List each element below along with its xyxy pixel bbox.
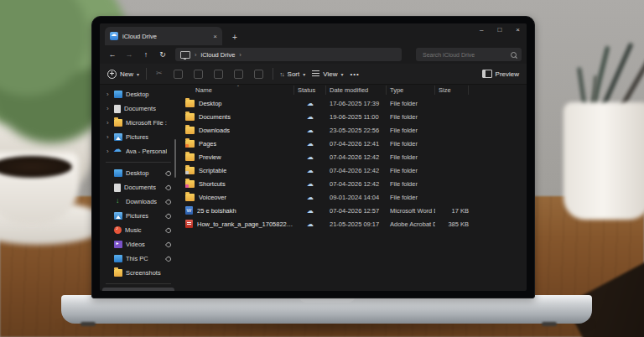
file-name: Pages <box>199 140 216 148</box>
file-name: How_to_rank_a_page_1705822315 <box>197 220 294 228</box>
file-status-cell: ☁ <box>294 167 326 174</box>
file-row[interactable]: Pages ☁ 07-04-2026 12:41 File folder <box>177 137 527 150</box>
preview-button[interactable]: Preview <box>482 70 519 78</box>
sidebar-item[interactable]: › Downloads <box>102 194 174 209</box>
file-type-icon <box>185 127 195 134</box>
file-row[interactable]: How_to_rank_a_page_1705822315 ☁ 21-05-20… <box>177 217 527 231</box>
sidebar-item-icon <box>114 269 122 277</box>
file-row[interactable]: 25 e boishakh ☁ 07-04-2026 12:57 Microso… <box>177 204 527 217</box>
sidebar-item[interactable]: › Documents <box>102 180 174 194</box>
minimize-button[interactable]: – <box>480 26 483 34</box>
rename-icon[interactable] <box>214 70 223 79</box>
delete-icon[interactable] <box>254 70 263 79</box>
file-status-cell: ☁ <box>294 180 326 188</box>
file-status-cell: ☁ <box>294 127 326 134</box>
breadcrumb-location[interactable]: iCloud Drive <box>201 51 236 59</box>
pin-icon <box>165 169 172 176</box>
sidebar-item-icon <box>114 91 122 98</box>
share-icon[interactable] <box>234 70 243 79</box>
file-type-icon <box>185 140 195 148</box>
sidebar-item-icloud-drive[interactable]: › iCloud Drive <box>102 288 174 291</box>
maximize-button[interactable]: □ <box>497 26 501 34</box>
file-row[interactable]: Voiceover ☁ 09-01-2024 14:04 File folder <box>177 190 527 204</box>
paste-icon[interactable] <box>194 70 203 79</box>
sidebar-item-label: Ava - Personal <box>126 148 167 155</box>
close-button[interactable]: × <box>516 26 520 34</box>
cloud-sync-status-icon: ☁ <box>307 153 314 161</box>
sort-ascending-icon: ˆ <box>237 84 239 92</box>
chevron-icon[interactable]: › <box>106 119 111 127</box>
sidebar-item[interactable]: › Desktop <box>102 166 174 180</box>
file-row[interactable]: Shortcuts ☁ 07-04-2026 12:42 File folder <box>177 177 527 190</box>
file-date-modified: 07-04-2026 12:57 <box>326 207 387 215</box>
plus-icon <box>107 70 117 79</box>
sidebar-item-label: Videos <box>126 241 145 248</box>
tab-icloud-drive[interactable]: iCloud Drive × <box>105 27 222 45</box>
file-row[interactable]: Downloads ☁ 23-05-2025 22:56 File folder <box>177 123 527 137</box>
file-row[interactable]: Preview ☁ 07-04-2026 12:42 File folder <box>177 150 527 163</box>
file-status-cell: ☁ <box>294 113 326 121</box>
back-button[interactable]: ← <box>105 50 120 59</box>
search-box[interactable] <box>416 48 522 61</box>
column-header-date-modified[interactable]: Date modified <box>326 86 387 95</box>
column-header-size[interactable]: Size <box>435 86 469 95</box>
file-row[interactable]: Desktop ☁ 17-06-2025 17:39 File folder <box>177 96 527 110</box>
file-row[interactable]: Documents ☁ 19-06-2025 11:00 File folder <box>177 110 527 123</box>
cut-icon[interactable]: ✂ <box>156 70 163 79</box>
cloud-sync-status-icon: ☁ <box>307 140 314 148</box>
icloud-app-icon <box>110 32 118 40</box>
file-explorer-window: iCloud Drive × + – □ × ← → ↑ ↻ › <box>100 23 527 291</box>
file-row[interactable]: Scriptable ☁ 07-04-2026 12:42 File folde… <box>177 163 527 177</box>
sidebar-scrollbar[interactable] <box>174 139 176 178</box>
sidebar-item-label: Desktop <box>126 169 149 177</box>
pin-icon <box>165 198 172 205</box>
computer-icon <box>180 51 190 59</box>
file-type: Microsoft Word D... <box>387 207 435 215</box>
sidebar-item[interactable]: › Pictures <box>102 209 174 223</box>
tab-close-icon[interactable]: × <box>213 33 217 40</box>
column-header-status[interactable]: Status <box>294 86 326 95</box>
sidebar-item[interactable]: › Screenshots <box>102 266 174 280</box>
chevron-icon[interactable]: › <box>106 148 111 155</box>
file-type: File folder <box>387 167 435 174</box>
explorer-content: › Desktop › Documents › Micro <box>100 84 527 291</box>
forward-button[interactable]: → <box>122 50 137 59</box>
sidebar-item[interactable]: › This PC <box>102 251 174 266</box>
chevron-icon[interactable]: › <box>106 91 111 98</box>
sidebar-item-label: Documents <box>124 105 156 112</box>
search-input[interactable] <box>421 51 507 59</box>
sidebar-item[interactable]: › Music <box>102 223 174 237</box>
sidebar-item[interactable]: › Microsoft File : <box>102 116 174 130</box>
new-button[interactable]: New ▾ <box>107 70 139 79</box>
file-date-modified: 07-04-2026 12:42 <box>326 153 387 161</box>
file-type: File folder <box>387 113 435 121</box>
sidebar-item-label: Desktop <box>126 91 149 98</box>
more-options-button[interactable]: ••• <box>350 70 359 78</box>
sidebar-item[interactable]: › Videos <box>102 237 174 251</box>
sidebar-item-icon <box>114 255 122 262</box>
file-date-modified: 23-05-2025 22:56 <box>326 127 387 134</box>
breadcrumb[interactable]: › iCloud Drive › <box>175 48 402 61</box>
column-header-name[interactable]: Name ˆ <box>177 86 294 95</box>
chevron-icon[interactable]: › <box>106 133 111 141</box>
sidebar-item[interactable]: › Pictures <box>102 130 174 144</box>
navigation-sidebar: › Desktop › Documents › Micro <box>100 84 177 291</box>
sidebar-item[interactable]: › Ava - Personal <box>102 144 174 158</box>
view-button[interactable]: View ▾ <box>312 70 343 78</box>
view-button-label: View <box>323 70 337 78</box>
chevron-icon[interactable]: › <box>106 105 111 112</box>
sort-button[interactable]: ↑↓ Sort ▾ <box>280 70 306 78</box>
sidebar-item[interactable]: › Desktop <box>102 87 174 101</box>
file-type-icon <box>185 194 195 201</box>
file-status-cell: ☁ <box>294 220 326 228</box>
refresh-button[interactable]: ↻ <box>155 50 170 59</box>
column-header-type[interactable]: Type <box>387 86 435 95</box>
copy-icon[interactable] <box>174 70 183 79</box>
up-button[interactable]: ↑ <box>138 50 153 59</box>
sidebar-item-label: This PC <box>126 255 148 262</box>
file-type-icon <box>185 113 195 121</box>
file-type-icon <box>185 167 195 174</box>
new-tab-button[interactable]: + <box>232 33 237 42</box>
file-date-modified: 19-06-2025 11:00 <box>326 113 387 121</box>
sidebar-item[interactable]: › Documents <box>102 101 174 116</box>
